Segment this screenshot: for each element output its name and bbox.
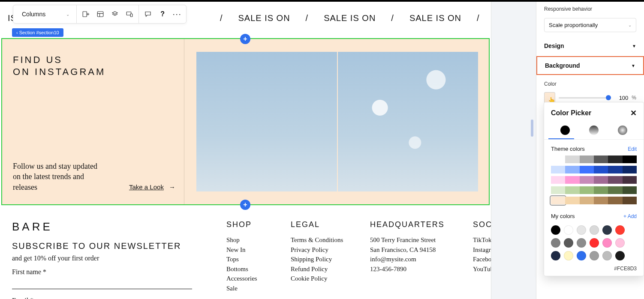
my-color-swatch[interactable]: [590, 225, 599, 235]
edit-theme-colors-link[interactable]: Edit: [628, 146, 637, 152]
fill-type-solid[interactable]: [560, 126, 570, 135]
my-color-swatch[interactable]: [551, 251, 560, 260]
theme-color-swatch[interactable]: [565, 166, 579, 173]
theme-color-swatch[interactable]: [623, 166, 637, 173]
theme-color-swatch[interactable]: [623, 176, 637, 184]
theme-color-swatch[interactable]: [594, 197, 608, 204]
theme-color-swatch[interactable]: [551, 186, 565, 194]
fill-type-radial-gradient[interactable]: [618, 126, 627, 135]
resize-handle[interactable]: [531, 120, 533, 137]
layout-icon[interactable]: [94, 8, 107, 21]
my-color-swatch[interactable]: [602, 238, 612, 248]
comment-icon[interactable]: [141, 8, 154, 21]
footer-link[interactable]: Tops: [226, 254, 274, 264]
my-color-swatch[interactable]: [564, 225, 573, 235]
footer-link[interactable]: Cookie Policy: [291, 274, 353, 284]
opacity-value[interactable]: 100: [612, 95, 628, 101]
footer-link[interactable]: 123-456-7890: [370, 264, 456, 274]
opacity-slider[interactable]: [559, 97, 608, 99]
theme-color-swatch[interactable]: [623, 186, 637, 194]
footer-link[interactable]: Bottoms: [226, 264, 274, 274]
close-icon[interactable]: ✕: [630, 108, 637, 118]
selected-section[interactable]: FIND US ON INSTAGRAM Follow us and stay …: [1, 38, 490, 205]
color-picker-panel: Color Picker ✕ Theme colors Edit My colo…: [544, 102, 644, 276]
my-color-swatch[interactable]: [551, 238, 560, 248]
footer-link[interactable]: Shop: [226, 235, 274, 245]
footer-link[interactable]: Instagram: [473, 245, 491, 255]
theme-color-swatch[interactable]: [580, 197, 594, 204]
my-color-swatch[interactable]: [602, 225, 612, 235]
my-color-swatch[interactable]: [615, 238, 625, 248]
design-accordion[interactable]: Design ▼: [536, 37, 644, 54]
my-color-swatch[interactable]: [590, 251, 599, 260]
fill-type-linear-gradient[interactable]: [589, 126, 599, 135]
responsive-behavior-select[interactable]: Scale proportionally ⌄: [544, 18, 636, 32]
more-icon[interactable]: ···: [171, 8, 184, 21]
theme-color-swatch[interactable]: [594, 186, 608, 194]
footer-link[interactable]: 500 Terry Francine Street: [370, 235, 456, 245]
my-color-swatch[interactable]: [564, 238, 573, 248]
add-color-link[interactable]: + Add: [623, 213, 637, 219]
theme-color-swatch[interactable]: [565, 197, 579, 204]
my-color-swatch[interactable]: [615, 225, 625, 235]
footer-link[interactable]: Shipping Policy: [291, 254, 353, 264]
my-color-swatch[interactable]: [577, 251, 586, 260]
theme-color-swatch[interactable]: [608, 186, 622, 194]
theme-color-swatch[interactable]: [623, 197, 637, 204]
footer-link[interactable]: info@mysite.com: [370, 254, 456, 264]
footer-link[interactable]: Sale: [226, 284, 274, 293]
theme-color-swatch[interactable]: [608, 166, 622, 173]
theme-color-swatch[interactable]: [551, 166, 565, 173]
responsive-icon[interactable]: [123, 8, 136, 21]
footer-link[interactable]: Terms & Conditions: [291, 235, 353, 245]
my-color-swatch[interactable]: [590, 238, 599, 248]
theme-color-swatch[interactable]: [580, 176, 594, 184]
theme-color-swatch[interactable]: [623, 155, 637, 163]
theme-color-swatch[interactable]: [580, 155, 594, 163]
footer-link[interactable]: YouTube: [473, 264, 491, 274]
section-breadcrumb[interactable]: Section #section10: [12, 28, 63, 37]
footer-link[interactable]: Privacy Policy: [291, 245, 353, 255]
theme-color-swatch[interactable]: [551, 155, 565, 163]
slider-thumb[interactable]: [606, 95, 611, 100]
my-color-swatch[interactable]: [577, 238, 586, 248]
background-accordion[interactable]: Background ▼: [536, 56, 644, 75]
theme-color-swatch[interactable]: [580, 186, 594, 194]
theme-color-swatch[interactable]: [551, 197, 565, 204]
chevron-down-icon: ⌄: [628, 23, 632, 27]
footer-col-title: SOCIALS: [473, 220, 491, 229]
theme-color-swatch[interactable]: [565, 155, 579, 163]
theme-color-swatch[interactable]: [594, 166, 608, 173]
add-panel-icon[interactable]: [79, 8, 92, 21]
add-section-above-button[interactable]: +: [240, 34, 250, 44]
take-a-look-link[interactable]: Take a Look →: [129, 183, 175, 191]
theme-color-swatch[interactable]: [608, 155, 622, 163]
my-color-swatch[interactable]: [551, 225, 560, 235]
theme-color-swatch[interactable]: [551, 176, 565, 184]
theme-color-swatch[interactable]: [580, 166, 594, 173]
theme-color-swatch[interactable]: [594, 155, 608, 163]
element-type-dropdown[interactable]: Columns ⌄: [16, 11, 74, 18]
theme-color-swatch[interactable]: [608, 197, 622, 204]
my-color-swatch[interactable]: [615, 251, 625, 260]
help-icon[interactable]: ?: [156, 8, 169, 21]
footer-hq-list: 500 Terry Francine StreetSan Francisco, …: [370, 235, 456, 274]
theme-color-swatch[interactable]: [565, 176, 579, 184]
footer-link[interactable]: Accessories: [226, 274, 274, 284]
theme-color-swatch[interactable]: [594, 176, 608, 184]
theme-color-swatch[interactable]: [565, 186, 579, 194]
footer-link[interactable]: New In: [226, 245, 274, 255]
first-name-input[interactable]: [12, 289, 192, 289]
add-section-below-button[interactable]: +: [240, 200, 250, 210]
my-color-swatch[interactable]: [602, 251, 612, 260]
footer-link[interactable]: San Francisco, CA 94158: [370, 245, 456, 255]
theme-color-swatch[interactable]: [608, 176, 622, 184]
my-color-swatch[interactable]: [577, 225, 586, 235]
my-color-swatch[interactable]: [564, 251, 573, 260]
column-divider[interactable]: [184, 39, 184, 204]
instagram-heading: FIND US ON INSTAGRAM: [13, 54, 105, 78]
footer-link[interactable]: Refund Policy: [291, 264, 353, 274]
stack-icon[interactable]: [108, 8, 121, 21]
footer-link[interactable]: Facebook: [473, 254, 491, 264]
footer-link[interactable]: TikTok: [473, 235, 491, 245]
